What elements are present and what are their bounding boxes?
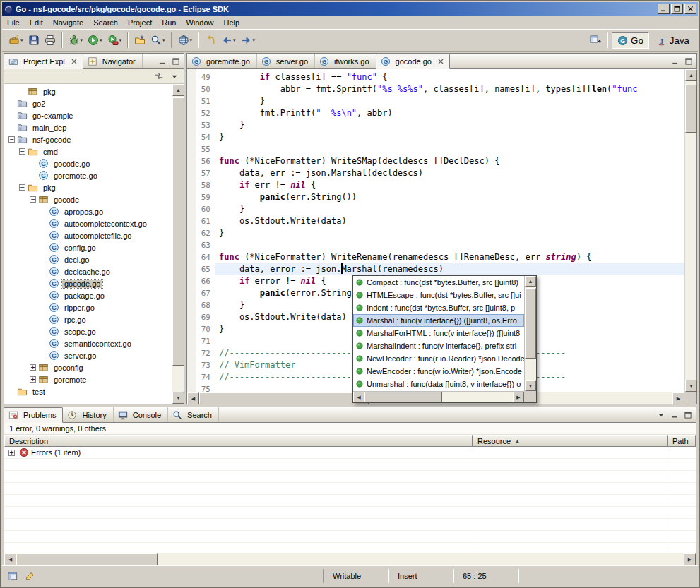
code-line[interactable]: 50 abbr = fmt.Sprintf("%s %s%s", classes… — [196, 83, 684, 95]
scrollbar-thumb[interactable] — [685, 85, 697, 133]
view-tab-navigator[interactable]: Navigator — [83, 54, 143, 68]
code-line[interactable]: 61 os.Stdout.Write(data) — [196, 215, 684, 227]
close-button[interactable] — [684, 4, 696, 14]
column-header-path[interactable]: Path — [668, 435, 696, 447]
editor-tab-gocode-go[interactable]: Ggocode.go — [376, 54, 450, 69]
code-line[interactable]: 55 — [196, 143, 684, 155]
code-line[interactable]: 65 data, error := json.Marshal(renamedes… — [196, 263, 684, 275]
tree-item[interactable]: Gpackage.go — [4, 289, 172, 301]
vertical-scrollbar[interactable]: ▲▼ — [684, 69, 696, 392]
vertical-scrollbar[interactable]: ▲▼ — [524, 276, 536, 391]
editor-tab-itworks-go[interactable]: Gitworks.go — [315, 54, 376, 68]
tree-item[interactable]: −nsf-gocode — [4, 133, 172, 145]
menu-edit[interactable]: Edit — [25, 16, 48, 29]
view-tab-search[interactable]: Search — [168, 407, 219, 422]
tree-item[interactable]: Gscope.go — [4, 325, 172, 337]
scroll-right-button[interactable]: ▶ — [684, 553, 696, 565]
expander-icon[interactable]: − — [30, 196, 36, 203]
table-row[interactable]: +Errors (1 item) — [4, 447, 696, 459]
autocomplete-item[interactable]: Unmarshal : func(data []uint8, v interfa… — [353, 378, 524, 390]
editor-tab-server-go[interactable]: Gserver.go — [257, 54, 315, 68]
run-button[interactable]: ▾ — [85, 32, 105, 49]
menu-file[interactable]: File — [2, 16, 25, 29]
code-line[interactable]: 60 } — [196, 203, 684, 215]
expander-icon[interactable]: + — [30, 364, 36, 371]
tree-item[interactable]: −gocode — [4, 193, 172, 205]
view-tab-history[interactable]: History — [63, 407, 113, 422]
perspective-go-button[interactable]: GGo — [612, 32, 649, 49]
pencil-button[interactable] — [22, 569, 37, 583]
editor-tab-goremote-go[interactable]: Ggoremote.go — [187, 54, 257, 68]
dropdown-arrow-icon[interactable]: ▾ — [81, 37, 83, 43]
save-button[interactable] — [26, 32, 42, 49]
code-line[interactable]: 58 if err != nil { — [196, 179, 684, 191]
tree-item[interactable]: −pkg — [4, 181, 172, 193]
code-line[interactable]: 64func (*NiceFormatter) WriteRename(rena… — [196, 251, 684, 263]
tree-item[interactable]: Gautocompletecontext.go — [4, 217, 172, 229]
autocomplete-item[interactable]: Compact : func(dst *bytes.Buffer, src []… — [353, 276, 524, 289]
open-element-button[interactable] — [132, 32, 148, 49]
view-tab-problems[interactable]: Problems — [4, 407, 63, 423]
scrollbar-thumb[interactable] — [172, 97, 184, 366]
new-wizard-button[interactable]: ▾ — [6, 32, 25, 49]
minimize-button[interactable] — [658, 4, 670, 14]
scroll-right-button[interactable]: ▶ — [672, 392, 684, 404]
tree-item[interactable]: Gconfig.go — [4, 241, 172, 253]
scroll-down-button[interactable]: ▼ — [685, 380, 697, 392]
maximize-view-button[interactable] — [682, 409, 694, 421]
code-line[interactable]: 54} — [196, 131, 684, 143]
view-menu-button[interactable] — [655, 409, 668, 421]
dropdown-arrow-icon[interactable]: ▾ — [20, 37, 23, 43]
code-line[interactable]: 62} — [196, 227, 684, 239]
external-tools-button[interactable]: ▾ — [105, 32, 124, 49]
autocomplete-item[interactable]: MarshalForHTML : func(v interface{}) ([]… — [353, 327, 524, 340]
vertical-scrollbar[interactable]: ▲▼ — [172, 84, 184, 404]
minimize-view-button[interactable] — [668, 409, 681, 421]
expander-icon[interactable]: + — [30, 376, 36, 383]
tree-item[interactable]: Gserver.go — [4, 349, 172, 361]
expander-icon[interactable]: − — [19, 184, 25, 191]
minimize-view-button[interactable] — [156, 56, 169, 67]
search-button[interactable]: ▾ — [148, 32, 167, 49]
scroll-down-button[interactable]: ▼ — [525, 380, 536, 391]
scroll-left-button[interactable]: ◀ — [187, 392, 199, 404]
dropdown-arrow-icon[interactable]: ▾ — [162, 37, 165, 43]
tree-item[interactable]: −cmd — [4, 145, 172, 157]
tree-item[interactable]: Gsemanticcontext.go — [4, 337, 172, 349]
open-perspective-button[interactable] — [588, 32, 603, 49]
tree-item[interactable]: Gripper.go — [4, 301, 172, 313]
horizontal-scrollbar[interactable]: ◀▶ — [4, 553, 696, 565]
view-tab-project-expl[interactable]: Project Expl — [4, 54, 83, 69]
scroll-down-button[interactable]: ▼ — [172, 392, 184, 404]
tree-item[interactable]: Gdecl.go — [4, 253, 172, 265]
minimize-view-button[interactable] — [669, 56, 682, 67]
scrollbar-thumb[interactable] — [16, 553, 158, 565]
forward-button[interactable]: ▾ — [239, 32, 258, 49]
expander-icon[interactable]: − — [8, 136, 15, 143]
menu-search[interactable]: Search — [88, 16, 123, 29]
tree-item[interactable]: +goremote — [4, 373, 172, 385]
autocomplete-item[interactable]: NewEncoder : func(w io.Writer) *json.Enc… — [353, 365, 524, 378]
scrollbar-thumb[interactable] — [364, 392, 442, 402]
autocomplete-item[interactable]: NewDecoder : func(r io.Reader) *json.Dec… — [353, 352, 524, 365]
scroll-right-button[interactable]: ▶ — [513, 392, 524, 402]
horizontal-scrollbar[interactable]: ◀▶ — [353, 391, 524, 402]
tree-item[interactable]: +goconfig — [4, 361, 172, 373]
dropdown-arrow-icon[interactable]: ▾ — [190, 37, 193, 43]
menu-project[interactable]: Project — [123, 16, 157, 29]
tree-item[interactable]: Gautocompletefile.go — [4, 229, 172, 241]
autocomplete-item[interactable]: MarshalIndent : func(v interface{}, pref… — [353, 340, 524, 352]
code-line[interactable]: 49 if classes[i] == "func" { — [196, 71, 684, 83]
print-button[interactable] — [42, 32, 58, 49]
column-header-description[interactable]: Description — [4, 435, 473, 447]
code-line[interactable]: 57 data, err := json.Marshal(decldescs) — [196, 167, 684, 179]
tree-item[interactable]: test — [4, 385, 172, 397]
tree-item[interactable]: Ggocode.go — [4, 157, 172, 169]
column-header-resource[interactable]: Resource▲ — [473, 435, 668, 447]
maximize-view-button[interactable] — [682, 56, 695, 67]
dropdown-arrow-icon[interactable]: ▾ — [233, 37, 236, 43]
scroll-up-button[interactable]: ▲ — [685, 69, 697, 81]
scrollbar-thumb[interactable] — [199, 392, 369, 404]
menu-help[interactable]: Help — [219, 16, 245, 29]
menu-navigate[interactable]: Navigate — [48, 16, 88, 29]
